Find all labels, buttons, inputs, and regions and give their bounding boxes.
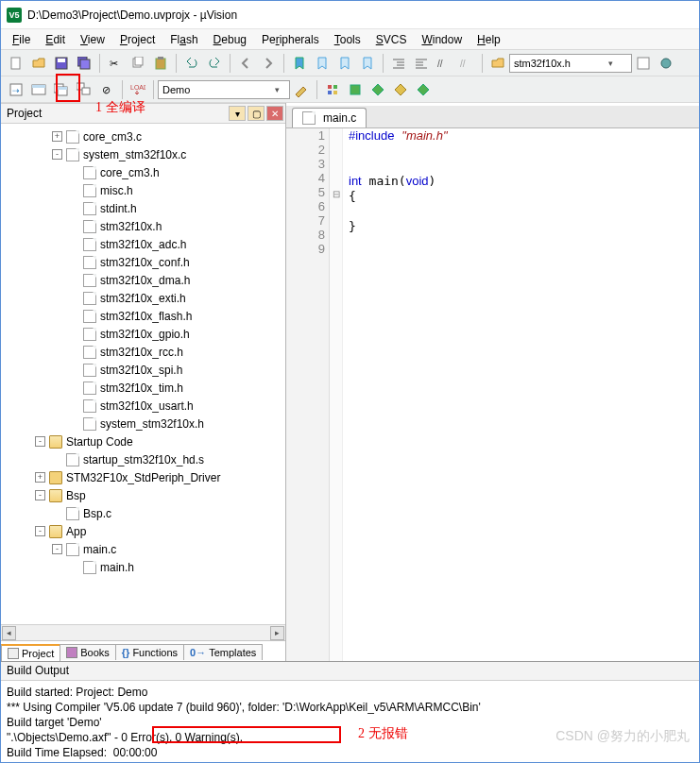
translate-icon[interactable]: ⇢ (6, 79, 26, 100)
panel-dropdown-icon[interactable]: ▾ (229, 106, 246, 121)
expand-icon[interactable]: - (52, 149, 62, 160)
menu-file[interactable]: File (5, 31, 38, 48)
file-extension-icon[interactable] (633, 53, 654, 74)
tree-item[interactable]: stm32f10x_gpio.h (1, 325, 285, 343)
expand-icon[interactable]: - (35, 526, 45, 536)
options-icon[interactable] (656, 53, 676, 74)
tree-item[interactable]: stm32f10x_spi.h (1, 361, 285, 379)
tree-item[interactable]: stm32f10x.h (1, 217, 285, 235)
cut-icon[interactable]: ✂ (105, 53, 126, 74)
expand-icon[interactable]: - (35, 490, 45, 500)
tab-project[interactable]: Project (1, 644, 60, 661)
tree-item[interactable]: -Bsp (1, 486, 285, 504)
menu-svcs[interactable]: SVCS (368, 31, 415, 48)
bookmark-clear-icon[interactable] (357, 53, 378, 74)
uncomment-icon[interactable]: // (456, 53, 477, 74)
tree-scrollbar[interactable]: ◂ ▸ (1, 624, 285, 640)
file-icon (83, 328, 96, 341)
folderopen-icon (49, 525, 62, 538)
tree-item[interactable]: main.h (1, 558, 285, 576)
project-tree[interactable]: +core_cm3.c-system_stm32f10x.ccore_cm3.h… (1, 124, 285, 624)
new-file-icon[interactable] (6, 53, 26, 74)
tree-item[interactable]: core_cm3.h (1, 163, 285, 181)
outdent-icon[interactable] (411, 53, 432, 74)
copy-icon[interactable] (128, 53, 148, 74)
menu-project[interactable]: Project (112, 31, 162, 48)
menu-debug[interactable]: Debug (206, 31, 254, 48)
tree-item-label: stm32f10x_adc.h (100, 238, 186, 251)
undo-icon[interactable] (181, 53, 202, 74)
tree-item[interactable]: stm32f10x_exti.h (1, 289, 285, 307)
manage-books-icon[interactable] (390, 79, 411, 100)
tree-item[interactable]: system_stm32f10x.h (1, 415, 285, 432)
build-icon[interactable] (28, 79, 49, 100)
tree-item[interactable]: stm32f10x_conf.h (1, 253, 285, 271)
redo-icon[interactable] (204, 53, 225, 74)
bookmark-next-icon[interactable] (312, 53, 333, 74)
paste-icon[interactable] (150, 53, 171, 74)
build-output-body[interactable]: Build started: Project: Demo *** Using C… (1, 681, 699, 762)
indent-icon[interactable] (388, 53, 409, 74)
target-options-icon[interactable] (291, 79, 312, 100)
expand-icon[interactable]: - (35, 436, 45, 447)
fold-gutter[interactable]: ⊟ (330, 127, 343, 661)
scroll-right-icon[interactable]: ▸ (270, 626, 284, 640)
tree-item[interactable]: +core_cm3.c (1, 127, 285, 145)
bookmark-icon[interactable] (289, 53, 310, 74)
tree-item[interactable]: stm32f10x_usart.h (1, 397, 285, 415)
tab-functions[interactable]: {}Functions (115, 644, 184, 660)
select-packs-icon[interactable] (345, 79, 366, 100)
save-icon[interactable] (51, 53, 72, 74)
menu-flash[interactable]: Flash (162, 31, 205, 48)
bookmark-prev-icon[interactable] (334, 53, 355, 74)
tree-item[interactable]: +STM32F10x_StdPeriph_Driver (1, 468, 285, 486)
tree-item[interactable]: -system_stm32f10x.c (1, 145, 285, 163)
tree-item[interactable]: stm32f10x_dma.h (1, 271, 285, 289)
tree-item[interactable]: Bsp.c (1, 504, 285, 522)
menu-edit[interactable]: Edit (38, 31, 73, 48)
forward-icon[interactable] (258, 53, 279, 74)
expand-icon[interactable]: + (35, 472, 45, 483)
code-content[interactable]: #include "main.h" int main(void) { } (343, 127, 699, 661)
expand-icon[interactable]: + (52, 131, 62, 142)
tree-item-label: stm32f10x_gpio.h (100, 328, 190, 341)
tree-item[interactable]: stm32f10x_rcc.h (1, 343, 285, 361)
menu-tools[interactable]: Tools (327, 31, 368, 48)
open-icon[interactable] (28, 53, 49, 74)
expand-icon[interactable]: - (52, 544, 62, 554)
tab-books[interactable]: Books (60, 644, 116, 660)
saveall-icon[interactable] (74, 53, 94, 74)
tree-item[interactable]: stdint.h (1, 199, 285, 217)
rebuild-icon[interactable] (51, 79, 72, 100)
tab-templates[interactable]: 0→Templates (183, 644, 263, 660)
panel-pin-icon[interactable]: ▢ (248, 106, 265, 121)
tree-item[interactable]: stm32f10x_tim.h (1, 379, 285, 397)
editor-tab-main[interactable]: main.c (292, 108, 367, 127)
comment-icon[interactable]: // (434, 53, 454, 74)
menu-window[interactable]: Window (414, 31, 470, 48)
tree-item[interactable]: -main.c (1, 540, 285, 558)
tree-item[interactable]: -Startup Code (1, 432, 285, 450)
tree-item[interactable]: misc.h (1, 181, 285, 199)
tree-item[interactable]: -App (1, 522, 285, 540)
download-icon[interactable]: LOAD (128, 79, 148, 100)
pack-installer-icon[interactable] (367, 79, 388, 100)
menu-peripherals[interactable]: Peripherals (254, 31, 327, 48)
tree-item[interactable]: startup_stm32f10x_hd.s (1, 450, 285, 468)
menu-help[interactable]: Help (470, 31, 508, 48)
menu-view[interactable]: View (73, 31, 112, 48)
scroll-left-icon[interactable]: ◂ (2, 626, 16, 640)
stop-build-icon[interactable]: ⊘ (96, 79, 117, 100)
batch-build-icon[interactable] (74, 79, 94, 100)
tree-item[interactable]: stm32f10x_adc.h (1, 235, 285, 253)
panel-close-icon[interactable]: ✕ (266, 106, 283, 121)
back-icon[interactable] (235, 53, 256, 74)
code-editor[interactable]: 123456789 ⊟ #include "main.h" int main(v… (286, 126, 699, 661)
find-combo[interactable]: stm32f10x.h▾ (509, 54, 632, 73)
manage-batch-icon[interactable] (413, 79, 434, 100)
tree-item[interactable]: stm32f10x_flash.h (1, 307, 285, 325)
find-in-files-icon[interactable] (487, 53, 508, 74)
file-icon (83, 346, 96, 359)
target-combo[interactable]: Demo▾ (158, 80, 290, 99)
manage-rte-icon[interactable] (322, 79, 343, 100)
